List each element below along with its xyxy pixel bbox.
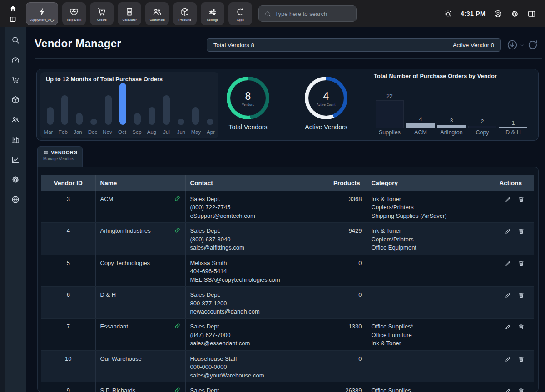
tab-vendors-label: VENDORS (51, 150, 78, 155)
users-icon (152, 7, 162, 17)
col-category[interactable]: Category (367, 175, 495, 191)
link-icon[interactable] (174, 387, 181, 392)
vendor-name: Our Warehouse (100, 355, 142, 363)
sidebar-item-gauge-icon[interactable] (11, 55, 20, 64)
taskbar-app-products[interactable]: Products (173, 2, 197, 25)
delete-icon[interactable] (518, 292, 525, 299)
taskbar-app-orders[interactable]: Orders (90, 2, 114, 25)
total-vendors-sublabel: Vendors (242, 103, 254, 106)
delete-icon[interactable] (518, 387, 525, 392)
col-vendor-id[interactable]: Vendor ID (41, 175, 95, 191)
taskbar-app-calculator[interactable]: Calculator (118, 2, 141, 25)
sidebar-toggle-icon[interactable] (9, 15, 17, 23)
calculator-icon (124, 7, 134, 17)
edit-icon[interactable] (505, 387, 511, 392)
monthly-chart-bars (47, 83, 213, 125)
month-bar-jun (178, 119, 184, 125)
vendor-summary-bar[interactable]: Total Vendors 8 Active Vendor 0 (207, 38, 501, 52)
delete-icon[interactable] (518, 260, 525, 267)
table-row: 10Our WarehouseHousehouse Staff000-000-0… (41, 350, 534, 382)
table-row: 5Copy TechnologiesMelissa Smith404-696-5… (41, 255, 534, 286)
sidebar-item-globe-icon[interactable] (11, 195, 20, 204)
edit-icon[interactable] (505, 260, 511, 267)
col-contact[interactable]: Contact (185, 175, 318, 191)
taskbar-app-customers[interactable]: Customers (145, 2, 169, 25)
search-input[interactable] (275, 10, 351, 17)
sidebar-item-cube-icon[interactable] (11, 95, 20, 104)
month-label: Aug (147, 129, 157, 135)
edit-icon[interactable] (505, 228, 511, 235)
vendor-id-cell: 4 (41, 223, 95, 255)
col-actions[interactable]: Actions (495, 175, 534, 191)
download-icon[interactable] (506, 39, 518, 51)
vendor-products: 9429 (318, 223, 367, 255)
logo-icon (37, 7, 47, 17)
sidebar-item-users-icon[interactable] (11, 115, 20, 124)
theme-sun-icon[interactable] (444, 10, 452, 18)
vendor-name: ACM (100, 195, 114, 203)
link-icon[interactable] (174, 195, 181, 202)
month-bar-sep (134, 113, 141, 125)
header-divider (35, 58, 542, 59)
active-vendors-sublabel: Active Count (317, 103, 336, 106)
active-vendor-summary: Active Vendor 0 (453, 42, 494, 49)
sidebar-item-building-icon[interactable] (11, 135, 20, 144)
link-icon[interactable] (174, 227, 181, 234)
home-icon[interactable] (9, 5, 17, 12)
monthly-chart-title: Up to 12 Months of Total Purchase Orders (46, 76, 213, 83)
delete-icon[interactable] (518, 323, 525, 330)
edit-icon[interactable] (505, 292, 511, 299)
total-vendors-donut: 8 Vendors Total Vendors (209, 77, 287, 131)
month-bar-feb (61, 95, 68, 125)
tab-vendors[interactable]: VENDORS Manage Vendors (37, 146, 83, 167)
orders-by-vendor-chart: Total Number of Purchase Orders by Vendo… (374, 73, 535, 138)
vendor-id-cell: 9 (41, 382, 95, 392)
vendor-contact: Sales Dept.(800) 722-7745eSupport@acmtec… (185, 191, 318, 223)
delete-icon[interactable] (518, 196, 525, 203)
vendor-id-cell: 10 (41, 350, 95, 382)
vendor-id-cell: 5 (41, 255, 95, 286)
sidebar-item-search-icon[interactable] (11, 35, 20, 44)
taskbar-app-label: Products (179, 18, 191, 21)
taskbar-app-label: Help Desk (67, 18, 81, 21)
month-label: Jul (161, 129, 172, 135)
vendor-category (367, 287, 495, 318)
delete-icon[interactable] (518, 356, 525, 363)
edit-icon[interactable] (505, 196, 511, 203)
refresh-icon[interactable] (527, 39, 539, 51)
link-icon[interactable] (174, 323, 181, 329)
taskbar-app-supplystore-v2-2[interactable]: Supplystore_v2_2 (26, 2, 58, 25)
edit-icon[interactable] (505, 356, 511, 363)
search-bar[interactable] (258, 5, 357, 22)
vendor-contact: Sales Dept.(800) 637-3040sales@alfitting… (185, 223, 318, 255)
taskbar-app-help-desk[interactable]: Help Desk (62, 2, 86, 25)
vendor-products: 1330 (318, 318, 367, 350)
vendor-bar-d-h: 1 (499, 88, 527, 128)
month-label: Dec (88, 129, 98, 135)
taskbar-app-settings[interactable]: Settings (201, 2, 224, 25)
month-label: Oct (117, 129, 128, 135)
chevron-down-icon[interactable] (520, 43, 525, 48)
col-name[interactable]: Name (95, 175, 185, 191)
delete-icon[interactable] (518, 228, 525, 235)
month-label: May (191, 129, 201, 135)
edit-icon[interactable] (505, 323, 511, 330)
user-avatar-icon[interactable] (494, 10, 502, 18)
sidebar-item-chart-line-icon[interactable] (11, 155, 20, 164)
month-bar-mar (47, 107, 54, 125)
vendor-products: 0 (318, 350, 367, 382)
settings-gear-icon[interactable] (510, 10, 519, 18)
month-label: Mar (43, 129, 54, 135)
vendor-category-label: ACM (406, 129, 435, 136)
taskbar-app-apps[interactable]: Apps (228, 2, 252, 25)
apps-icon (235, 7, 245, 17)
sidebar-item-gear-icon[interactable] (11, 175, 20, 184)
vendor-category-label: Copy (468, 129, 496, 136)
active-vendors-value: 4 (323, 90, 329, 103)
cube-icon (180, 7, 190, 17)
sidebar-item-cart-icon[interactable] (11, 75, 20, 84)
window-controls (0, 0, 26, 27)
month-label: Feb (58, 129, 69, 135)
layout-panel-icon[interactable] (527, 10, 536, 18)
col-products[interactable]: Products (318, 175, 367, 191)
